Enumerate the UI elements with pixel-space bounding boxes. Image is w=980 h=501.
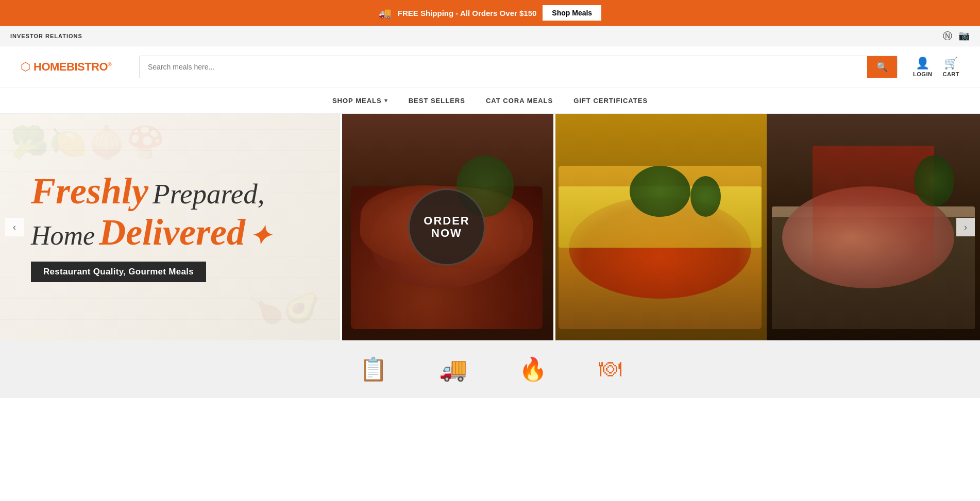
hero-title-prepared: Prepared, (153, 179, 264, 210)
nav-best-sellers[interactable]: BEST SELLERS (409, 88, 465, 113)
nav-bar: SHOP MEALS ▾ BEST SELLERS CAT CORA MEALS… (0, 88, 980, 114)
header: ⬡ HOMEBISTRO® 🔍 👤 LOGIN 🛒 CART (0, 46, 980, 88)
logo-icon: ⬡ (21, 60, 30, 74)
instagram-icon[interactable]: 📷 (958, 30, 970, 42)
panel-divider-1 (340, 114, 342, 340)
food-panel-meat: ORDER NOW (340, 114, 553, 340)
feature-meal: 🍽 (599, 356, 621, 383)
feature-delivery: 🚚 (439, 356, 467, 383)
investor-label[interactable]: INVESTOR RELATIONS (10, 33, 82, 39)
nav-shop-meals[interactable]: SHOP MEALS ▾ (332, 88, 388, 113)
food-panel-chicken (767, 114, 980, 340)
logo-bistro: BISTRO (66, 60, 108, 73)
feature-fresh: 🔥 (519, 356, 547, 383)
delivery-truck-icon: 🚚 (439, 356, 467, 383)
order-now-line2: NOW (431, 227, 462, 239)
login-button[interactable]: 👤 LOGIN (913, 57, 932, 77)
hero-title-freshly: Freshly (31, 172, 148, 211)
logo-trademark: ® (108, 62, 111, 67)
carousel-prev-button[interactable]: ‹ (5, 218, 24, 236)
nav-gift-certificates[interactable]: GIFT CERTIFICATES (573, 88, 648, 113)
user-icon: 👤 (916, 57, 930, 70)
hero-banner: 🥦🍋🧅🍄 🍗🥑 Freshly Prepared, Home Delivered… (0, 114, 980, 340)
cart-label: CART (942, 71, 959, 77)
nav-cat-cora-meals[interactable]: CAT CORA MEALS (486, 88, 553, 113)
header-actions: 👤 LOGIN 🛒 CART (913, 57, 959, 77)
shipping-icon: 🚚 (379, 7, 392, 19)
social-icons-container: Ⓝ 📷 (943, 30, 970, 42)
cart-icon: 🛒 (944, 57, 958, 70)
search-icon: 🔍 (876, 61, 888, 73)
search-area: 🔍 (139, 56, 898, 78)
cart-button[interactable]: 🛒 CART (942, 57, 959, 77)
logo-home: HOME (33, 60, 66, 73)
hero-title-home: Home (31, 221, 95, 250)
investor-bar: INVESTOR RELATIONS Ⓝ 📷 (0, 26, 980, 46)
hero-right: ORDER NOW (340, 114, 980, 340)
carousel-next-button[interactable]: › (956, 218, 975, 236)
flame-icon: 🔥 (519, 356, 547, 383)
plate-icon: 🍽 (599, 356, 621, 382)
feature-menu: 📋 (359, 356, 387, 383)
features-bar: 📋 🚚 🔥 🍽 (0, 340, 980, 398)
hero-title-delivered: Delivered (99, 213, 245, 252)
search-button[interactable]: 🔍 (867, 56, 897, 78)
logo-text: HOMEBISTRO® (33, 60, 111, 74)
hero-subtitle: Restaurant Quality, Gourmet Meals (31, 262, 206, 282)
order-now-button[interactable]: ORDER NOW (408, 188, 485, 266)
logo[interactable]: ⬡ HOMEBISTRO® (21, 60, 124, 74)
search-input[interactable] (140, 58, 867, 76)
food-panel-pasta (553, 114, 767, 340)
order-now-line1: ORDER (424, 215, 469, 227)
facebook-icon[interactable]: Ⓝ (943, 30, 952, 42)
shop-meals-arrow: ▾ (384, 97, 388, 104)
hero-left: 🥦🍋🧅🍄 🍗🥑 Freshly Prepared, Home Delivered… (0, 114, 340, 340)
menu-icon: 📋 (359, 356, 387, 383)
login-label: LOGIN (913, 71, 932, 77)
banner-text: FREE Shipping - All Orders Over $150 (398, 9, 537, 18)
panel-divider-2 (553, 114, 555, 340)
top-banner: 🚚 FREE Shipping - All Orders Over $150 S… (0, 0, 980, 26)
shop-meals-button[interactable]: Shop Meals (543, 5, 601, 21)
